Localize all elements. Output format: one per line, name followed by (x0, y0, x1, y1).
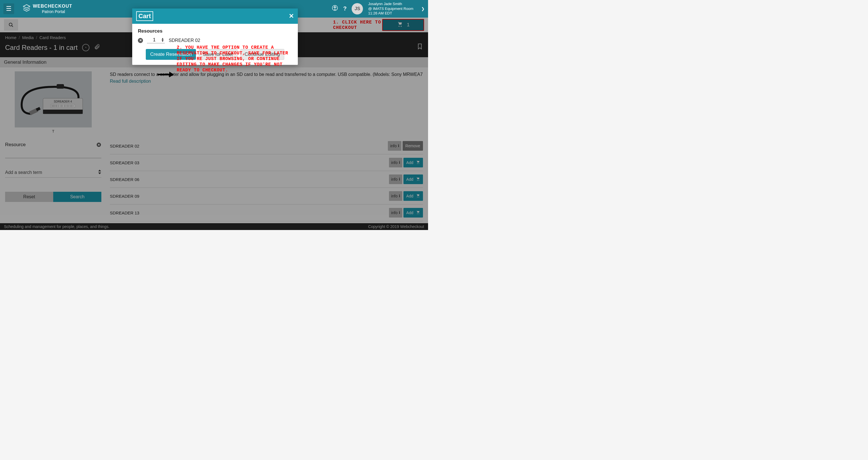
user-time: 11:26 AM EDT (368, 11, 413, 16)
logo-icon (23, 4, 31, 14)
svg-point-1 (335, 6, 336, 7)
user-name: Josalynn Jade Smith (368, 2, 413, 6)
portal-label: Patron Portal (42, 9, 72, 14)
user-avatar[interactable]: JS (352, 3, 363, 15)
cart-item-name: SDREADER 02 (169, 38, 200, 43)
user-info[interactable]: Josalynn Jade Smith @ IMATS Equipment Ro… (368, 2, 413, 16)
quantity-stepper[interactable]: ▲▼ (147, 37, 165, 44)
modal-title: Cart (136, 11, 153, 21)
logo-area[interactable]: WEBCHECKOUT Patron Portal (23, 4, 72, 14)
cart-line-item: ✕ ▲▼ SDREADER 02 (138, 37, 292, 44)
quantity-input[interactable] (148, 37, 161, 42)
modal-section-title: Resources (138, 28, 292, 34)
remove-item-icon[interactable]: ✕ (138, 38, 143, 43)
brand-name: WEBCHECKOUT (33, 4, 72, 9)
user-location: @ IMATS Equipment Room (368, 6, 413, 11)
chevron-down-icon[interactable]: ❯ (421, 6, 425, 11)
stepper-arrows-icon[interactable]: ▲▼ (161, 38, 164, 42)
hamburger-menu[interactable]: ☰ (3, 3, 14, 14)
help-icon[interactable]: ? (343, 5, 346, 12)
close-icon[interactable]: ✕ (289, 12, 294, 20)
annotation-2: 2. YOU HAVE THE OPTION TO CREATE A RESER… (177, 45, 290, 73)
accessibility-icon[interactable] (332, 5, 338, 12)
logo-text: WEBCHECKOUT Patron Portal (33, 4, 72, 14)
annotation-arrow-icon (157, 71, 175, 79)
modal-header: Cart ✕ (132, 8, 298, 24)
header-right: ? JS Josalynn Jade Smith @ IMATS Equipme… (332, 2, 425, 16)
